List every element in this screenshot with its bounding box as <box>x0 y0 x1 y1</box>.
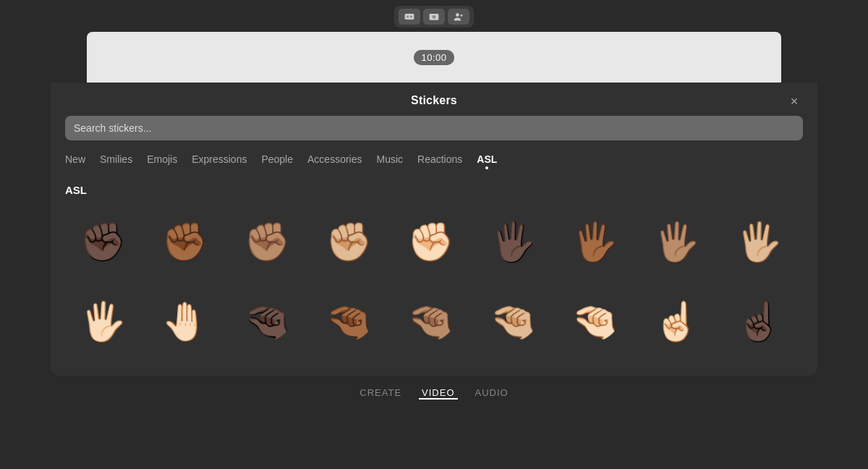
sticker-item[interactable]: 🖐🏿 <box>475 202 551 282</box>
person-add-icon-btn[interactable] <box>448 9 469 25</box>
svg-point-2 <box>410 15 412 17</box>
sticker-panel: Stickers × NewSmiliesEmojisExpressionsPe… <box>51 83 817 376</box>
bottom-bar: CREATEVIDEOAUDIO <box>0 376 868 407</box>
svg-rect-0 <box>405 14 414 20</box>
panel-title: Stickers <box>411 94 457 107</box>
top-toolbar <box>0 0 868 32</box>
sticker-emoji: ☝🏻 <box>653 303 700 340</box>
sticker-emoji: ✊🏼 <box>326 223 373 261</box>
sticker-grid: ✊🏿✊🏾✊🏽✊🏼✊🏻🖐🏿🖐🏾🖐🏽🖐🏼🖐🏻🤚🏻🤏🏿🤏🏾🤏🏽🤏🏼🤏🏻☝🏻☝🏿 <box>51 202 817 376</box>
category-tab-expressions[interactable]: Expressions <box>184 151 254 172</box>
sticker-item[interactable]: ✊🏿 <box>65 202 141 282</box>
category-tab-asl[interactable]: ASL <box>469 151 504 172</box>
category-tabs: NewSmiliesEmojisExpressionsPeopleAccesso… <box>51 151 817 179</box>
preview-area: 10:00 <box>87 32 781 83</box>
sticker-emoji: 🖐🏿 <box>490 223 537 261</box>
sticker-emoji: 🤚🏻 <box>161 303 208 340</box>
sticker-emoji: 🤏🏾 <box>326 303 373 340</box>
bottom-tab-audio[interactable]: AUDIO <box>472 386 511 400</box>
sticker-emoji: 🖐🏻 <box>80 303 127 340</box>
sticker-item[interactable]: 🤏🏼 <box>475 282 551 361</box>
sticker-item[interactable]: ✊🏼 <box>311 202 387 282</box>
svg-point-4 <box>433 15 436 19</box>
search-bar[interactable] <box>65 116 803 140</box>
close-button[interactable]: × <box>784 91 804 111</box>
time-display: 10:00 <box>414 50 454 65</box>
sticker-item[interactable]: 🤏🏻 <box>557 282 633 361</box>
category-tab-people[interactable]: People <box>254 151 300 172</box>
sticker-emoji: 🤏🏿 <box>244 303 291 340</box>
sticker-emoji: ✊🏿 <box>80 223 127 261</box>
category-tab-music[interactable]: Music <box>369 151 410 172</box>
sticker-item[interactable]: 🤏🏽 <box>393 282 469 361</box>
sticker-item[interactable]: ✊🏻 <box>393 202 469 282</box>
sticker-emoji: ✊🏾 <box>161 223 208 261</box>
sticker-emoji: ✊🏽 <box>244 223 291 261</box>
sticker-emoji: ☝🏿 <box>736 303 783 340</box>
section-label: ASL <box>51 179 817 202</box>
sticker-emoji: ✊🏻 <box>407 223 454 261</box>
sticker-item[interactable]: ✊🏽 <box>229 202 305 282</box>
sticker-emoji: 🖐🏾 <box>571 223 618 261</box>
sticker-item[interactable]: 🤏🏿 <box>229 282 305 361</box>
category-tab-emojis[interactable]: Emojis <box>140 151 184 172</box>
category-tab-new[interactable]: New <box>65 151 93 172</box>
sticker-item[interactable]: ☝🏻 <box>639 282 715 361</box>
bottom-tab-create[interactable]: CREATE <box>357 386 404 400</box>
category-tab-smilies[interactable]: Smilies <box>93 151 140 172</box>
sticker-item[interactable]: 🤏🏾 <box>311 282 387 361</box>
sticker-emoji: 🤏🏼 <box>490 303 537 340</box>
camera-icon-btn[interactable] <box>423 9 445 25</box>
sticker-emoji: 🤏🏻 <box>571 303 618 340</box>
category-tab-reactions[interactable]: Reactions <box>410 151 469 172</box>
category-tab-accessories[interactable]: Accessories <box>300 151 369 172</box>
panel-header: Stickers × <box>51 83 817 116</box>
sticker-item[interactable]: 🖐🏾 <box>557 202 633 282</box>
sticker-emoji: 🖐🏼 <box>736 223 783 261</box>
toolbar-icons <box>394 6 474 28</box>
search-input[interactable] <box>74 122 794 134</box>
sticker-item[interactable]: 🤚🏻 <box>147 282 223 361</box>
sticker-emoji: 🤏🏽 <box>407 303 454 340</box>
sticker-emoji: 🖐🏽 <box>653 223 700 261</box>
sticker-item[interactable]: 🖐🏽 <box>639 202 715 282</box>
svg-point-5 <box>456 13 459 17</box>
sticker-item[interactable]: 🖐🏼 <box>721 202 797 282</box>
sticker-item[interactable]: ☝🏿 <box>721 282 797 361</box>
sticker-item[interactable]: 🖐🏻 <box>65 282 141 361</box>
sticker-item[interactable]: ✊🏾 <box>147 202 223 282</box>
group-icon-btn[interactable] <box>399 9 420 25</box>
bottom-tab-video[interactable]: VIDEO <box>419 386 457 400</box>
svg-point-1 <box>407 15 409 17</box>
